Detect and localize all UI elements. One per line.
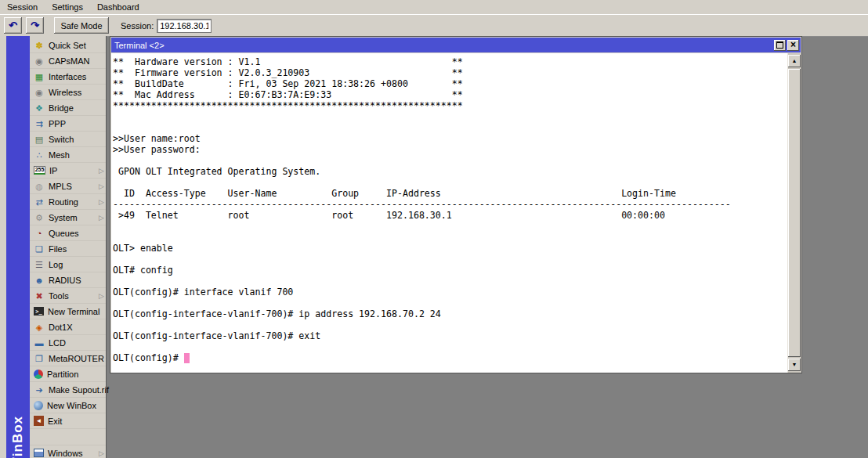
files-icon: ❏ bbox=[34, 243, 45, 254]
sidebar-item-interfaces[interactable]: ▦Interfaces bbox=[30, 69, 106, 85]
log-icon: ☰ bbox=[34, 259, 45, 270]
menu-bar: SessionSettingsDashboard bbox=[0, 0, 868, 15]
sidebar-item-metarouter[interactable]: ❐MetaROUTER bbox=[30, 351, 106, 366]
terminal-content: ** Hardware version : V1.1 ** ** Firmwar… bbox=[111, 53, 801, 373]
sidebar-item-mesh[interactable]: ∴Mesh bbox=[30, 147, 106, 163]
sidebar-item-label: New Terminal bbox=[48, 307, 106, 316]
scroll-up-icon[interactable]: ▲ bbox=[788, 55, 801, 67]
sidebar-item-log[interactable]: ☰Log bbox=[30, 257, 106, 272]
switch-icon: ▤ bbox=[34, 134, 45, 145]
sidebar-item-switch[interactable]: ▤Switch bbox=[30, 132, 106, 147]
sidebar-item-ppp[interactable]: ⇉PPP bbox=[30, 116, 106, 132]
mesh-icon: ∴ bbox=[34, 150, 45, 160]
sidebar-item-radius[interactable]: ☻RADIUS bbox=[30, 272, 106, 288]
dot1x-icon: ◈ bbox=[34, 322, 45, 333]
sidebar-item-label: Files bbox=[49, 244, 106, 254]
session-label: Session: bbox=[121, 21, 154, 31]
sidebar-item-label: LCD bbox=[49, 338, 106, 348]
bridge-icon: ❖ bbox=[34, 103, 45, 114]
partition-icon bbox=[34, 370, 43, 379]
sidebar-item-label: Mesh bbox=[49, 150, 106, 160]
menu-session[interactable]: Session bbox=[0, 1, 45, 13]
terminal[interactable]: ** Hardware version : V1.1 ** ** Firmwar… bbox=[113, 56, 787, 373]
maximize-button[interactable] bbox=[774, 40, 786, 51]
sidebar-item-label: Quick Set bbox=[49, 41, 106, 50]
meta-icon: ❐ bbox=[34, 353, 45, 364]
submenu-arrow-icon: ▷ bbox=[99, 167, 106, 175]
sidebar-item-windows[interactable]: Windows▷ bbox=[30, 445, 106, 458]
session-input[interactable] bbox=[157, 19, 212, 33]
menu-dashboard[interactable]: Dashboard bbox=[90, 1, 146, 13]
sidebar-item-queues[interactable]: ◔Queues bbox=[30, 225, 106, 241]
sidebar-item-wireless[interactable]: ◉Wireless bbox=[30, 85, 106, 100]
sidebar-item-new-winbox[interactable]: New WinBox bbox=[30, 398, 106, 413]
menu-settings[interactable]: Settings bbox=[45, 1, 90, 13]
terminal-icon: >_ bbox=[34, 307, 44, 316]
sidebar-item-ip[interactable]: 255IP▷ bbox=[30, 163, 106, 179]
sidebar-item-label: Switch bbox=[49, 135, 106, 144]
sidebar-item-label: Routing bbox=[49, 197, 95, 207]
sidebar-items: ✽Quick Set◉CAPsMAN▦Interfaces◉Wireless❖B… bbox=[30, 38, 106, 458]
sidebar-item-label: Partition bbox=[47, 370, 106, 379]
sidebar-item-system[interactable]: ⚙System▷ bbox=[30, 210, 106, 225]
sidebar-item-label: Tools bbox=[49, 291, 95, 301]
sidebar-item-label: PPP bbox=[49, 119, 106, 128]
safe-mode-button[interactable]: Safe Mode bbox=[54, 17, 109, 34]
sidebar-item-label: MetaROUTER bbox=[49, 354, 106, 363]
winbox-brand-label: WinBox bbox=[10, 416, 26, 458]
nic-icon: ▦ bbox=[34, 71, 45, 82]
sidebar-item-label: New WinBox bbox=[47, 401, 106, 410]
exit-icon: ◄ bbox=[34, 416, 44, 426]
sidebar-item-quick-set[interactable]: ✽Quick Set bbox=[30, 38, 106, 53]
redo-button[interactable]: ↷ bbox=[26, 17, 44, 34]
sidebar: WinBox ✽Quick Set◉CAPsMAN▦Interfaces◉Wir… bbox=[0, 36, 107, 458]
sphere-icon: ◍ bbox=[34, 181, 45, 192]
terminal-window: Terminal <2> × ** Hardware version : V1.… bbox=[110, 36, 802, 373]
lcd-icon: ▬ bbox=[34, 337, 45, 348]
sidebar-item-label: RADIUS bbox=[49, 276, 106, 285]
undo-icon: ↶ bbox=[9, 20, 17, 31]
terminal-title: Terminal <2> bbox=[114, 41, 772, 50]
sidebar-item-make-supout-rif[interactable]: ➔Make Supout.rif bbox=[30, 382, 106, 398]
sidebar-item-label: MPLS bbox=[49, 182, 95, 191]
toolbar: ↶ ↷ Safe Mode Session: bbox=[0, 15, 868, 37]
scroll-down-icon[interactable]: ▼ bbox=[788, 359, 801, 371]
sidebar-item-label: IP bbox=[49, 166, 95, 175]
sidebar-item-label: Dot1X bbox=[49, 323, 106, 332]
supout-icon: ➔ bbox=[34, 384, 45, 395]
sidebar-item-label: Exit bbox=[48, 417, 106, 426]
sidebar-item-bridge[interactable]: ❖Bridge bbox=[30, 100, 106, 116]
sidebar-item-label: Queues bbox=[49, 229, 106, 238]
sidebar-item-mpls[interactable]: ◍MPLS▷ bbox=[30, 179, 106, 194]
scrollbar-thumb[interactable] bbox=[788, 69, 801, 357]
tools-icon: ✖ bbox=[34, 290, 45, 301]
sidebar-item-routing[interactable]: ⇄Routing▷ bbox=[30, 194, 106, 210]
terminal-prompt: OLT(config)# bbox=[113, 352, 184, 363]
sidebar-item-capsman[interactable]: ◉CAPsMAN bbox=[30, 53, 106, 69]
sidebar-item-dot1x[interactable]: ◈Dot1X bbox=[30, 319, 106, 335]
terminal-scrollbar[interactable]: ▲ ▼ bbox=[787, 53, 801, 373]
sidebar-item-partition[interactable]: Partition bbox=[30, 366, 106, 382]
terminal-cursor bbox=[184, 353, 190, 363]
redo-icon: ↷ bbox=[31, 20, 39, 31]
close-button[interactable]: × bbox=[787, 40, 799, 51]
sidebar-item-lcd[interactable]: ▬LCD bbox=[30, 335, 106, 351]
windows-icon bbox=[34, 449, 44, 457]
wand-icon: ✽ bbox=[34, 40, 45, 51]
radius-icon: ☻ bbox=[34, 275, 45, 286]
winbox-brand-strip bbox=[6, 36, 30, 458]
sidebar-item-label: CAPsMAN bbox=[49, 56, 106, 66]
undo-button[interactable]: ↶ bbox=[4, 17, 22, 34]
sidebar-item-new-terminal[interactable]: >_New Terminal bbox=[30, 304, 106, 319]
sidebar-item-tools[interactable]: ✖Tools▷ bbox=[30, 288, 106, 304]
sidebar-item-files[interactable]: ❏Files bbox=[30, 241, 106, 257]
sidebar-item-label: Wireless bbox=[49, 88, 106, 97]
submenu-arrow-icon: ▷ bbox=[99, 449, 106, 457]
sidebar-item-exit[interactable]: ◄Exit bbox=[30, 413, 106, 429]
terminal-output: ** Hardware version : V1.1 ** ** Firmwar… bbox=[113, 56, 731, 341]
submenu-arrow-icon: ▷ bbox=[99, 214, 106, 222]
submenu-arrow-icon: ▷ bbox=[99, 198, 106, 206]
sidebar-item-label: Log bbox=[49, 260, 106, 269]
terminal-titlebar[interactable]: Terminal <2> × bbox=[111, 38, 801, 52]
close-icon: × bbox=[790, 40, 796, 49]
